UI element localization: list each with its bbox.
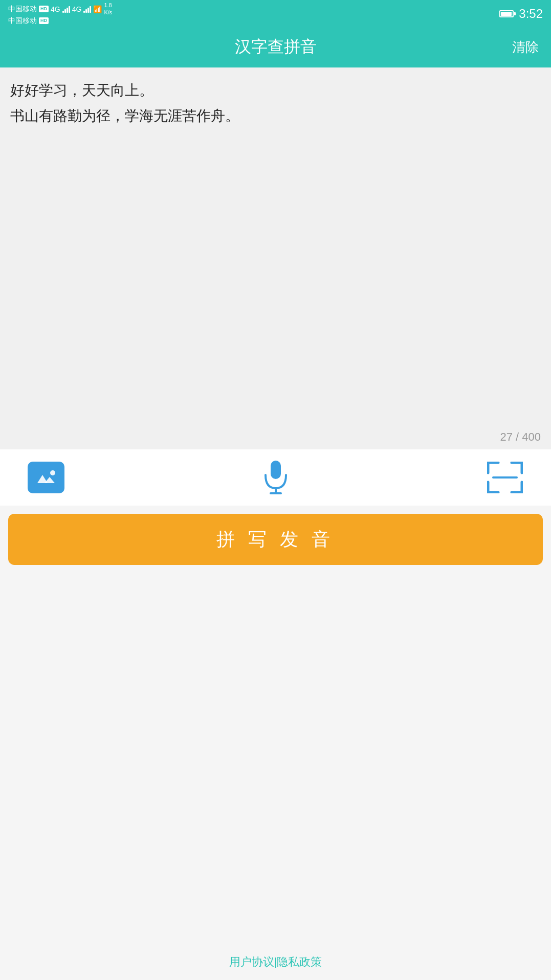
hd1-badge: HD [39,6,49,12]
svg-rect-0 [34,468,58,487]
action-icons-row [0,449,551,506]
char-separator: / [516,430,522,443]
footer-link-text[interactable]: 用户协议|隐私政策 [229,955,322,968]
microphone-button[interactable] [255,460,296,495]
status-bar: 中国移动 HD 4G 4G 📶 1.8K/s [0,0,551,27]
carrier1-label: 中国移动 [8,5,37,14]
status-right: 3:52 [499,7,543,21]
scan-button[interactable] [484,460,525,495]
char-count: 27 / 400 [0,425,551,449]
network1-label: 4G [51,5,60,13]
carrier2-label: 中国移动 [8,16,37,26]
battery-icon [499,10,516,17]
submit-button[interactable]: 拼 写 发 音 [8,514,543,565]
time-display: 3:52 [519,7,543,21]
speed-text: 1.8K/s [104,2,112,15]
char-max: 400 [522,430,541,443]
footer-spacer [0,573,551,944]
image-button[interactable] [26,460,67,495]
svg-rect-4 [271,461,281,479]
wifi-icon: 📶 [93,5,102,13]
text-area-section[interactable]: 好好学习，天天向上。 书山有路勤为径，学海无涯苦作舟。 [0,67,551,425]
app-bar: 汉字查拼音 清除 [0,27,551,67]
hd2-badge: HD [39,17,49,24]
scan-icon [487,462,523,493]
footer-links[interactable]: 用户协议|隐私政策 [0,944,551,980]
char-current: 27 [500,430,512,443]
image-icon [28,462,64,493]
text-display[interactable]: 好好学习，天天向上。 书山有路勤为径，学海无涯苦作舟。 [10,78,541,129]
app-title: 汉字查拼音 [235,36,317,58]
signal1-icon [62,6,70,13]
svg-point-3 [50,470,55,475]
microphone-icon [261,460,290,495]
status-carrier: 中国移动 HD 4G 4G 📶 1.8K/s [8,2,112,25]
network1b-label: 4G [72,5,82,13]
clear-button[interactable]: 清除 [512,38,539,56]
signal2-icon [83,6,91,13]
